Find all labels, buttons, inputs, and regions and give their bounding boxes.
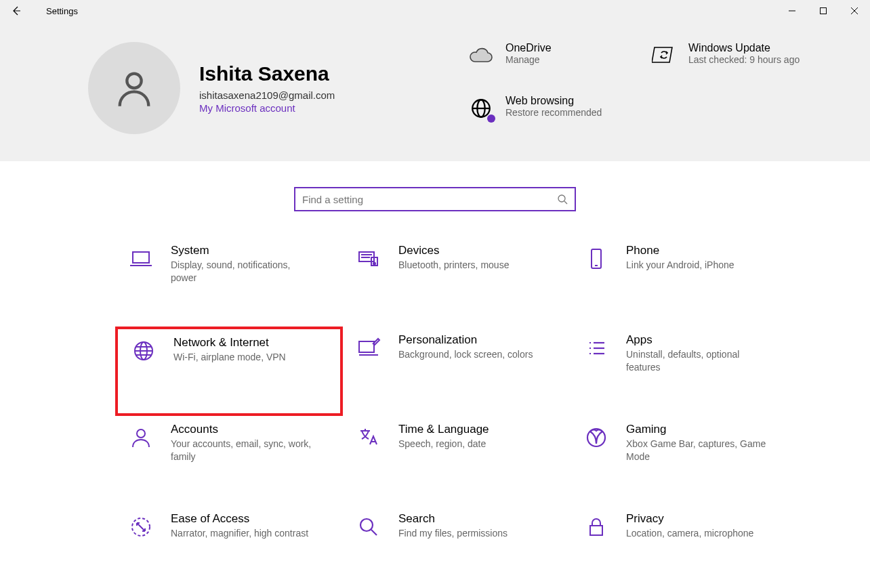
paint-icon bbox=[354, 333, 384, 363]
language-icon bbox=[354, 423, 384, 453]
svg-line-36 bbox=[371, 530, 377, 535]
category-subtitle: Narrator, magnifier, high contrast bbox=[171, 527, 308, 540]
category-subtitle: Location, camera, microphone bbox=[626, 527, 753, 540]
category-phone[interactable]: PhoneLink your Android, iPhone bbox=[571, 237, 798, 327]
category-title: System bbox=[171, 244, 313, 257]
svg-rect-1 bbox=[821, 8, 827, 14]
status-dot-icon bbox=[487, 114, 495, 123]
tile-title: OneDrive bbox=[505, 42, 552, 54]
category-subtitle: Display, sound, notifications, power bbox=[171, 259, 313, 285]
avatar bbox=[88, 42, 180, 134]
profile-header: Ishita Saxena ishitasaxena2109@gmail.com… bbox=[0, 22, 870, 161]
person-outline-icon bbox=[126, 423, 156, 453]
category-devices[interactable]: DevicesBluetooth, printers, mouse bbox=[343, 237, 571, 327]
phone-icon bbox=[581, 244, 611, 274]
search-icon bbox=[557, 194, 568, 205]
minimize-icon bbox=[789, 7, 795, 14]
tile-web-browsing[interactable]: Web browsing Restore recommended bbox=[468, 95, 637, 134]
back-button[interactable] bbox=[0, 0, 33, 22]
category-title: Privacy bbox=[626, 512, 753, 526]
svg-point-10 bbox=[558, 195, 565, 202]
status-tiles: OneDrive Manage Windows Update Last chec… bbox=[468, 42, 847, 134]
category-title: Search bbox=[398, 512, 508, 526]
list-icon bbox=[581, 333, 611, 363]
maximize-button[interactable] bbox=[808, 0, 839, 22]
category-subtitle: Xbox Game Bar, captures, Game Mode bbox=[626, 438, 768, 463]
laptop-icon bbox=[126, 244, 156, 274]
category-title: Apps bbox=[626, 333, 768, 347]
svg-rect-12 bbox=[133, 252, 149, 263]
globe-icon bbox=[468, 95, 495, 122]
microsoft-account-link[interactable]: My Microsoft account bbox=[199, 102, 335, 114]
tile-subtitle: Manage bbox=[505, 54, 552, 65]
window-title: Settings bbox=[33, 6, 78, 16]
cloud-icon bbox=[468, 42, 495, 69]
svg-rect-37 bbox=[590, 526, 602, 535]
category-subtitle: Uninstall, defaults, optional features bbox=[626, 348, 768, 374]
category-subtitle: Link your Android, iPhone bbox=[626, 259, 734, 272]
svg-line-11 bbox=[564, 201, 567, 204]
category-search[interactable]: SearchFind my files, permissions bbox=[343, 505, 571, 588]
category-subtitle: Speech, region, date bbox=[398, 438, 489, 450]
arrow-left-icon bbox=[11, 5, 22, 16]
search-box[interactable] bbox=[294, 187, 576, 211]
svg-point-32 bbox=[137, 429, 145, 438]
search-input[interactable] bbox=[302, 194, 557, 205]
profile-text: Ishita Saxena ishitasaxena2109@gmail.com… bbox=[199, 62, 335, 114]
svg-point-15 bbox=[373, 263, 375, 265]
category-privacy[interactable]: PrivacyLocation, camera, microphone bbox=[571, 505, 798, 588]
category-gaming[interactable]: GamingXbox Game Bar, captures, Game Mode bbox=[571, 416, 798, 505]
refresh-icon bbox=[650, 42, 678, 69]
svg-rect-25 bbox=[359, 341, 374, 352]
categories-grid: SystemDisplay, sound, notifications, pow… bbox=[0, 237, 870, 588]
tile-title: Windows Update bbox=[688, 42, 800, 54]
close-button[interactable] bbox=[839, 0, 870, 22]
profile-email: ishitasaxena2109@gmail.com bbox=[199, 89, 335, 101]
category-title: Gaming bbox=[626, 423, 768, 436]
category-subtitle: Wi-Fi, airplane mode, VPN bbox=[173, 351, 286, 364]
globe-wire-icon bbox=[129, 336, 159, 366]
category-title: Personalization bbox=[398, 333, 533, 347]
minimize-button[interactable] bbox=[776, 0, 808, 22]
tile-subtitle: Restore recommended bbox=[505, 107, 602, 118]
xbox-icon bbox=[581, 423, 611, 453]
lock-icon bbox=[581, 512, 611, 542]
category-subtitle: Bluetooth, printers, mouse bbox=[398, 259, 509, 272]
category-apps[interactable]: AppsUninstall, defaults, optional featur… bbox=[571, 327, 798, 416]
maximize-icon bbox=[820, 7, 827, 14]
profile-name: Ishita Saxena bbox=[199, 62, 335, 85]
accessibility-icon bbox=[126, 512, 156, 542]
keyboard-icon bbox=[354, 244, 384, 274]
category-title: Time & Language bbox=[398, 423, 489, 436]
window-controls bbox=[776, 0, 870, 22]
svg-rect-5 bbox=[652, 47, 672, 62]
category-title: Devices bbox=[398, 244, 509, 257]
category-title: Ease of Access bbox=[171, 512, 308, 526]
category-title: Phone bbox=[626, 244, 734, 257]
magnify-icon bbox=[354, 512, 384, 542]
category-system[interactable]: SystemDisplay, sound, notifications, pow… bbox=[115, 237, 343, 327]
svg-point-35 bbox=[360, 519, 373, 531]
category-personalization[interactable]: PersonalizationBackground, lock screen, … bbox=[343, 327, 571, 416]
category-network[interactable]: Network & InternetWi-Fi, airplane mode, … bbox=[115, 327, 343, 416]
category-title: Accounts bbox=[171, 423, 313, 436]
category-title: Network & Internet bbox=[173, 336, 286, 350]
category-time[interactable]: Time & LanguageSpeech, region, date bbox=[343, 416, 571, 505]
tile-title: Web browsing bbox=[505, 95, 602, 107]
profile-block[interactable]: Ishita Saxena ishitasaxena2109@gmail.com… bbox=[88, 42, 427, 134]
category-ease-of-access[interactable]: Ease of AccessNarrator, magnifier, high … bbox=[115, 505, 343, 588]
close-icon bbox=[851, 7, 858, 14]
tile-onedrive[interactable]: OneDrive Manage bbox=[468, 42, 637, 81]
category-subtitle: Your accounts, email, sync, work, family bbox=[171, 438, 313, 463]
person-icon bbox=[112, 66, 156, 110]
search-row bbox=[0, 161, 870, 237]
titlebar: Settings bbox=[0, 0, 870, 22]
svg-point-9 bbox=[487, 114, 495, 123]
category-subtitle: Background, lock screen, colors bbox=[398, 348, 533, 361]
svg-point-4 bbox=[127, 74, 141, 88]
tile-windows-update[interactable]: Windows Update Last checked: 9 hours ago bbox=[650, 42, 820, 81]
tile-subtitle: Last checked: 9 hours ago bbox=[688, 54, 800, 65]
category-accounts[interactable]: AccountsYour accounts, email, sync, work… bbox=[115, 416, 343, 505]
category-subtitle: Find my files, permissions bbox=[398, 527, 508, 540]
